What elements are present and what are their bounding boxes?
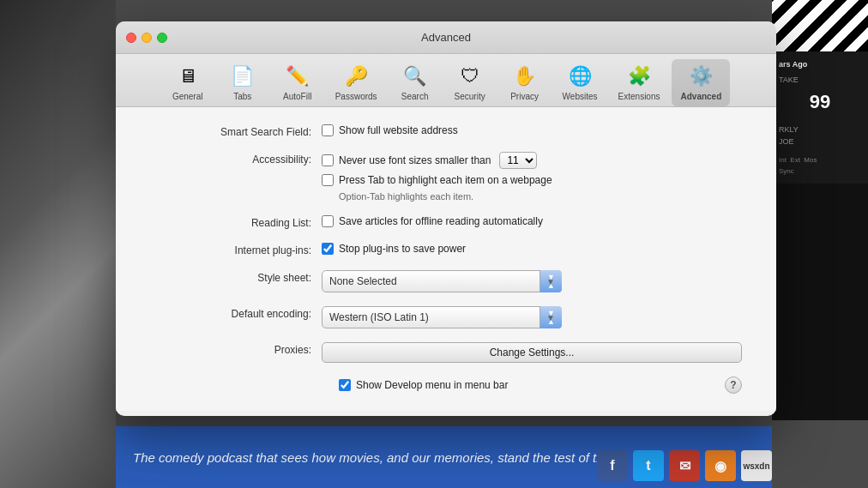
default-encoding-select[interactable]: Western (ISO Latin 1) Unicode (UTF-8) Un… — [322, 306, 562, 328]
autofill-label: AutoFill — [283, 92, 311, 101]
toolbar-privacy[interactable]: ✋ Privacy — [499, 59, 551, 106]
internet-plugins-controls: Stop plug-ins to save power — [322, 243, 742, 255]
smart-search-option-label: Show full website address — [339, 124, 458, 136]
search-label: Search — [401, 92, 429, 101]
general-label: General — [172, 92, 203, 101]
default-encoding-wrapper: Western (ISO Latin 1) Unicode (UTF-8) Un… — [322, 306, 562, 328]
change-settings-button[interactable]: Change Settings... — [322, 342, 742, 363]
background-left — [0, 0, 116, 488]
extensions-icon: 🧩 — [625, 63, 653, 90]
encoding-arrow: ▼▲ — [539, 306, 562, 328]
proxies-row: Proxies: Change Settings... — [150, 342, 742, 363]
advanced-icon: ⚙️ — [687, 63, 714, 90]
clap-stripes — [772, 0, 868, 51]
close-button[interactable] — [126, 33, 136, 43]
style-sheet-row: Style sheet: None Selected ▼▲ — [150, 270, 742, 292]
traffic-lights — [126, 33, 167, 43]
toolbar-passwords[interactable]: 🔑 Passwords — [327, 59, 386, 106]
security-label: Security — [455, 92, 485, 101]
accessibility-option2-row[interactable]: Press Tab to highlight each item on a we… — [322, 174, 742, 186]
bottom-tagline: The comedy podcast that sees how movies,… — [133, 450, 621, 465]
social-icons-row: f t ✉ ◉ wsxdn — [597, 450, 772, 481]
smart-search-label: Smart Search Field: — [150, 124, 322, 138]
accessibility-label: Accessibility: — [150, 152, 322, 166]
reading-list-controls: Save articles for offline reading automa… — [322, 215, 742, 227]
clapperboard: ars Ago TAKE 99 RKLY JOE Int Ext Mos Syn… — [772, 0, 868, 420]
encoding-chevron-icon: ▼▲ — [547, 309, 555, 326]
content-area: Smart Search Field: Show full website ad… — [116, 107, 776, 411]
toolbar-websites[interactable]: 🌐 Websites — [554, 59, 606, 106]
stop-plugins-label: Stop plug-ins to save power — [339, 243, 466, 255]
default-encoding-controls: Western (ISO Latin 1) Unicode (UTF-8) Un… — [322, 306, 742, 328]
minimize-button[interactable] — [142, 33, 152, 43]
privacy-label: Privacy — [510, 92, 539, 101]
help-button[interactable]: ? — [725, 377, 742, 394]
stop-plugins-row[interactable]: Stop plug-ins to save power — [322, 243, 742, 255]
preferences-window: Advanced 🖥 General 📄 Tabs ✏️ AutoFill 🔑 … — [116, 21, 776, 416]
security-icon: 🛡 — [456, 63, 484, 90]
internet-plugins-row: Internet plug-ins: Stop plug-ins to save… — [150, 243, 742, 256]
reading-list-option-label: Save articles for offline reading automa… — [339, 215, 543, 227]
rss-icon[interactable]: ◉ — [705, 450, 736, 481]
clap-body: ars Ago TAKE 99 RKLY JOE Int Ext Mos Syn… — [772, 51, 868, 184]
search-icon: 🔍 — [401, 63, 429, 90]
stop-plugins-checkbox[interactable] — [322, 243, 334, 255]
toolbar-advanced[interactable]: ⚙️ Advanced — [672, 59, 730, 106]
privacy-icon: ✋ — [511, 63, 539, 90]
facebook-icon[interactable]: f — [597, 450, 628, 481]
reading-list-label: Reading List: — [150, 215, 322, 229]
smart-search-controls: Show full website address — [322, 124, 742, 136]
style-sheet-arrow: ▼▲ — [539, 270, 562, 292]
accessibility-controls: Never use font sizes smaller than 9 10 1… — [322, 152, 742, 202]
accessibility-option1-row[interactable]: Never use font sizes smaller than 9 10 1… — [322, 152, 742, 169]
reading-list-row: Reading List: Save articles for offline … — [150, 215, 742, 229]
style-sheet-label: Style sheet: — [150, 270, 322, 284]
reading-list-option-row[interactable]: Save articles for offline reading automa… — [322, 215, 742, 227]
window-title: Advanced — [126, 31, 766, 44]
twitter-icon[interactable]: t — [633, 450, 664, 481]
show-develop-checkbox[interactable] — [339, 379, 351, 391]
default-encoding-label: Default encoding: — [150, 306, 322, 320]
toolbar-general[interactable]: 🖥 General — [162, 59, 214, 106]
ws-icon[interactable]: wsxdn — [741, 450, 772, 481]
smart-search-checkbox[interactable] — [322, 124, 334, 136]
smart-search-option-row[interactable]: Show full website address — [322, 124, 742, 136]
tabs-icon: 📄 — [229, 63, 256, 90]
toolbar-tabs[interactable]: 📄 Tabs — [217, 59, 268, 106]
clap-line-1: ars Ago — [779, 58, 861, 70]
maximize-button[interactable] — [157, 33, 167, 43]
bottom-row: Show Develop menu in menu bar ? — [150, 377, 742, 394]
style-sheet-select[interactable]: None Selected — [322, 270, 562, 292]
show-develop-row[interactable]: Show Develop menu in menu bar — [339, 379, 508, 391]
title-bar: Advanced — [116, 21, 776, 54]
general-icon: 🖥 — [174, 63, 202, 90]
chevron-down-icon: ▼▲ — [547, 273, 555, 290]
accessibility-hint: Option-Tab highlights each item. — [339, 191, 742, 202]
show-develop-label: Show Develop menu in menu bar — [356, 379, 508, 391]
accessibility-row: Accessibility: Never use font sizes smal… — [150, 152, 742, 202]
style-sheet-controls: None Selected ▼▲ — [322, 270, 742, 292]
font-size-option-label: Never use font sizes smaller than — [339, 154, 491, 166]
toolbar: 🖥 General 📄 Tabs ✏️ AutoFill 🔑 Passwords… — [116, 54, 776, 107]
toolbar-extensions[interactable]: 🧩 Extensions — [610, 59, 669, 106]
websites-label: Websites — [563, 92, 598, 101]
style-sheet-wrapper: None Selected ▼▲ — [322, 270, 562, 292]
email-icon[interactable]: ✉ — [669, 450, 700, 481]
proxies-controls: Change Settings... — [322, 342, 742, 363]
font-size-select[interactable]: 9 10 11 12 14 16 18 — [499, 152, 537, 169]
advanced-label: Advanced — [680, 92, 721, 101]
smart-search-row: Smart Search Field: Show full website ad… — [150, 124, 742, 138]
press-tab-checkbox[interactable] — [322, 174, 334, 186]
websites-icon: 🌐 — [566, 63, 594, 90]
toolbar-autofill[interactable]: ✏️ AutoFill — [272, 59, 323, 106]
toolbar-search[interactable]: 🔍 Search — [389, 59, 441, 106]
passwords-label: Passwords — [335, 92, 377, 101]
press-tab-label: Press Tab to highlight each item on a we… — [339, 174, 552, 186]
reading-list-checkbox[interactable] — [322, 215, 334, 227]
proxies-label: Proxies: — [150, 342, 322, 356]
toolbar-security[interactable]: 🛡 Security — [444, 59, 496, 106]
font-size-checkbox[interactable] — [322, 154, 334, 166]
tabs-label: Tabs — [233, 92, 251, 101]
autofill-icon: ✏️ — [284, 63, 311, 90]
default-encoding-row: Default encoding: Western (ISO Latin 1) … — [150, 306, 742, 328]
